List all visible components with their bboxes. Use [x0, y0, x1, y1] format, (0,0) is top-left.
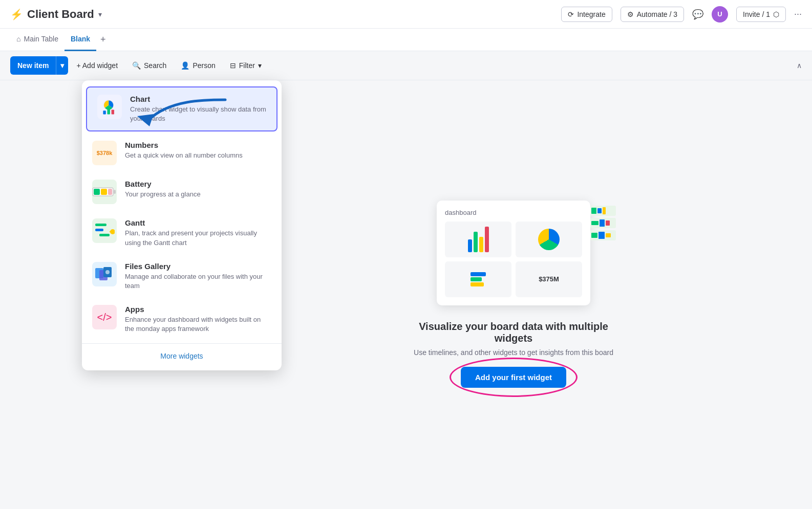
- invite-label: Invite / 1: [743, 10, 770, 18]
- widget-item-chart[interactable]: Chart Create chart widget to visually sh…: [86, 86, 277, 131]
- files-widget-icon: [92, 262, 117, 286]
- svg-rect-2: [103, 110, 105, 114]
- tab-main-table[interactable]: ⌂ Main Table: [10, 29, 65, 51]
- preview-pie-chart: [516, 222, 582, 257]
- home-icon: ⌂: [16, 35, 20, 43]
- apps-widget-text: Apps Enhance your dashboard with widgets…: [125, 305, 271, 334]
- svg-rect-13: [95, 229, 103, 231]
- files-widget-text: Files Gallery Manage and collaborate on …: [125, 262, 271, 291]
- person-button[interactable]: 👤 Person: [175, 56, 221, 75]
- more-widgets-link[interactable]: More widgets: [82, 346, 282, 366]
- right-panel: dashboard: [360, 201, 667, 388]
- bar-3: [479, 237, 483, 252]
- chart-widget-name: Chart: [130, 95, 266, 103]
- integrate-button[interactable]: ⟳ Integrate: [561, 7, 612, 22]
- svg-rect-8: [101, 189, 107, 195]
- gantt-widget-name: Gantt: [125, 218, 271, 227]
- toolbar: New item ▾ + Add widget 🔍 Search 👤 Perso…: [0, 51, 812, 80]
- gantt-widget-desc: Plan, track and present your projects vi…: [125, 229, 271, 247]
- svg-rect-3: [108, 109, 110, 115]
- numbers-widget-text: Numbers Get a quick view on all number c…: [125, 141, 271, 160]
- dashboard-preview: dashboard: [437, 201, 590, 305]
- svg-point-18: [105, 270, 110, 274]
- gantt-widget-text: Gantt Plan, track and present your proje…: [125, 218, 271, 247]
- dashboard-label: dashboard: [445, 209, 582, 216]
- cta-title-text: Visualize your board data with multiple …: [419, 321, 608, 344]
- preview-bar-chart: [445, 222, 511, 257]
- apps-widget-name: Apps: [125, 305, 271, 314]
- filter-caret-icon: ▾: [258, 61, 262, 70]
- chart-widget-text: Chart Create chart widget to visually sh…: [130, 95, 266, 123]
- more-options-icon[interactable]: ···: [794, 9, 802, 19]
- widget-item-gantt[interactable]: Gantt Plan, track and present your proje…: [82, 211, 282, 254]
- gantt-widget-icon: [92, 218, 117, 243]
- preview-stacked: [445, 261, 511, 297]
- search-icon: 🔍: [132, 61, 141, 70]
- numbers-widget-desc: Get a quick view on all number columns: [125, 151, 271, 160]
- share-icon: ⬡: [773, 10, 779, 18]
- chart-widget-icon: [97, 95, 122, 119]
- numbers-widget-icon: $378k: [92, 141, 117, 165]
- side-widgets: [590, 206, 616, 240]
- chart-widget-desc: Create chart widget to visually show dat…: [130, 105, 266, 123]
- svg-rect-4: [112, 109, 114, 114]
- dashboard-preview-container: dashboard: [421, 201, 606, 305]
- battery-widget-name: Battery: [125, 180, 271, 188]
- bar-1: [468, 239, 472, 252]
- tab-blank-label: Blank: [71, 35, 90, 43]
- bolt-icon: ⚡: [10, 8, 23, 20]
- bar-4: [485, 227, 489, 252]
- battery-widget-desc: Your progress at a glance: [125, 190, 271, 199]
- files-widget-name: Files Gallery: [125, 262, 271, 271]
- chevron-down-icon[interactable]: ▾: [98, 10, 102, 18]
- search-label: Search: [144, 61, 166, 70]
- message-icon[interactable]: 💬: [692, 9, 703, 20]
- invite-button[interactable]: Invite / 1 ⬡: [736, 7, 786, 22]
- code-icon: </>: [97, 312, 112, 323]
- pink-circle-container: Add your first widget: [461, 367, 566, 388]
- cta-desc: Use timelines, and other widgets to get …: [411, 348, 616, 357]
- automate-icon: ⚙: [627, 10, 634, 18]
- avatar[interactable]: U: [712, 6, 728, 23]
- widget-item-battery[interactable]: Battery Your progress at a glance: [82, 172, 282, 211]
- cta-title: Visualize your board data with multiple …: [411, 321, 616, 344]
- svg-rect-10: [95, 224, 106, 226]
- integrate-label: Integrate: [577, 10, 605, 18]
- files-widget-desc: Manage and collaborate on your files wit…: [125, 272, 271, 291]
- tab-blank[interactable]: Blank: [65, 29, 96, 51]
- tab-add-button[interactable]: +: [96, 29, 110, 51]
- bar-2: [474, 232, 478, 252]
- add-widget-button[interactable]: + Add widget: [70, 56, 124, 75]
- numbers-widget-name: Numbers: [125, 141, 271, 149]
- header: ⚡ Client Board ▾ ⟳ Integrate ⚙ Automate …: [0, 0, 812, 29]
- person-label: Person: [193, 61, 215, 70]
- apps-widget-icon: </>: [92, 305, 117, 329]
- preview-number: $375M: [516, 261, 582, 297]
- search-button[interactable]: 🔍 Search: [126, 56, 173, 75]
- menu-divider: [82, 343, 282, 344]
- widget-item-files[interactable]: Files Gallery Manage and collaborate on …: [82, 255, 282, 298]
- filter-label: Filter: [239, 61, 255, 70]
- new-item-button[interactable]: New item ▾: [10, 56, 68, 75]
- collapse-icon[interactable]: ∧: [797, 61, 802, 70]
- new-item-label: New item: [10, 56, 56, 75]
- svg-rect-9: [108, 189, 112, 195]
- board-title: Client Board: [27, 8, 94, 21]
- battery-widget-icon: [92, 180, 117, 204]
- numbers-display: $378k: [97, 150, 113, 157]
- preview-pie: [538, 229, 560, 250]
- add-first-widget-button[interactable]: Add your first widget: [461, 367, 566, 388]
- svg-rect-7: [94, 189, 100, 195]
- automate-button[interactable]: ⚙ Automate / 3: [621, 7, 684, 22]
- header-right: ⟳ Integrate ⚙ Automate / 3 💬 U Invite / …: [561, 6, 802, 23]
- header-left: ⚡ Client Board ▾: [10, 8, 102, 21]
- widget-item-numbers[interactable]: $378k Numbers Get a quick view on all nu…: [82, 134, 282, 172]
- widget-item-apps[interactable]: </> Apps Enhance your dashboard with wid…: [82, 298, 282, 341]
- main-content: Chart Create chart widget to visually sh…: [0, 80, 812, 507]
- integrate-icon: ⟳: [568, 10, 574, 18]
- automate-label: Automate / 3: [637, 10, 677, 18]
- svg-rect-6: [114, 190, 116, 194]
- filter-button[interactable]: ⊟ Filter ▾: [224, 56, 268, 75]
- preview-widgets-grid: $375M: [445, 222, 582, 297]
- new-item-caret-icon[interactable]: ▾: [56, 56, 68, 75]
